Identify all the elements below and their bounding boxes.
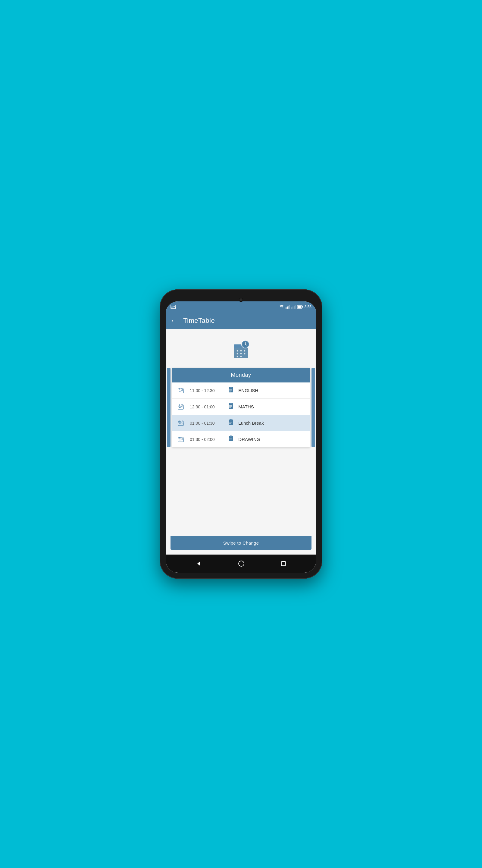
- subject-icon-2: [228, 403, 233, 410]
- svg-rect-89: [229, 438, 232, 438]
- schedule-icon-1: [176, 387, 185, 394]
- svg-rect-40: [230, 387, 232, 388]
- svg-point-1: [172, 306, 172, 307]
- empty-space: [166, 447, 316, 536]
- back-button[interactable]: ←: [170, 317, 177, 324]
- svg-rect-9: [295, 305, 295, 309]
- time-range-4: 01:30 - 02:00: [190, 437, 223, 442]
- svg-rect-42: [229, 390, 232, 391]
- time-range-2: 12:30 - 01:00: [190, 404, 223, 409]
- swipe-bar[interactable]: Swipe to Change: [170, 536, 312, 550]
- svg-point-47: [181, 407, 181, 407]
- svg-point-30: [179, 391, 180, 391]
- svg-rect-59: [229, 407, 231, 408]
- app-title: TimeTable: [183, 317, 215, 324]
- svg-rect-12: [297, 306, 301, 308]
- schedule-icon-3: [176, 420, 185, 427]
- schedule-icon-2: [176, 403, 185, 410]
- svg-point-17: [244, 350, 246, 352]
- svg-point-31: [181, 391, 181, 391]
- recents-nav-icon[interactable]: [281, 561, 287, 567]
- signal-icon: [286, 305, 290, 309]
- status-left: [170, 305, 176, 309]
- schedule-row: 12:30 - 01:00 MATHS: [172, 399, 310, 415]
- time-range-1: 11:00 - 12:30: [190, 388, 223, 393]
- schedule-row: 01:30 - 02:00 DRAWING: [172, 431, 310, 447]
- right-scroll-indicator: [312, 368, 315, 447]
- svg-point-80: [182, 439, 182, 440]
- subject-name-1: ENGLISH: [238, 388, 306, 393]
- svg-rect-94: [281, 561, 286, 566]
- timetable-card: Monday: [172, 368, 310, 447]
- svg-rect-57: [229, 405, 232, 406]
- svg-rect-91: [229, 440, 231, 440]
- card-container: Monday: [167, 368, 315, 447]
- svg-rect-75: [229, 424, 231, 424]
- image-icon: [170, 305, 176, 309]
- svg-point-64: [182, 423, 182, 424]
- svg-rect-74: [229, 423, 232, 423]
- svg-point-46: [179, 407, 180, 407]
- svg-rect-11: [302, 306, 303, 308]
- svg-rect-41: [229, 389, 232, 390]
- svg-point-79: [181, 439, 181, 440]
- signal2-icon: [291, 305, 295, 309]
- svg-point-16: [240, 350, 242, 352]
- svg-rect-6: [291, 307, 292, 309]
- status-bar: 3:53: [166, 301, 316, 312]
- svg-rect-3: [287, 307, 288, 309]
- day-header: Monday: [172, 368, 310, 382]
- svg-point-18: [237, 353, 238, 354]
- status-time: 3:53: [304, 305, 312, 309]
- svg-point-20: [244, 353, 246, 354]
- svg-point-19: [240, 353, 242, 354]
- wifi-icon: [279, 305, 284, 309]
- camera: [239, 298, 243, 302]
- battery-icon: [297, 305, 303, 309]
- schedule-icon-4: [176, 436, 185, 443]
- subject-icon-1: [228, 387, 233, 394]
- svg-point-63: [181, 423, 181, 424]
- svg-rect-7: [292, 307, 293, 309]
- subject-name-2: MATHS: [238, 404, 306, 409]
- subject-icon-3: [228, 419, 233, 427]
- svg-point-48: [182, 407, 182, 407]
- subject-name-4: DRAWING: [238, 437, 306, 442]
- svg-point-21: [237, 356, 238, 358]
- phone-frame: 3:53 ← TimeTable: [160, 289, 322, 579]
- subject-name-3: Lunch Break: [238, 421, 306, 426]
- nav-bar: [166, 555, 316, 572]
- svg-rect-58: [229, 406, 232, 407]
- schedule-row-highlighted: 01:00 - 01:30 Lunch Break: [172, 415, 310, 431]
- schedule-row: 11:00 - 12:30 ENGLISH: [172, 382, 310, 399]
- svg-rect-72: [230, 419, 232, 421]
- back-nav-icon[interactable]: [195, 560, 202, 567]
- svg-point-22: [240, 356, 242, 358]
- subject-icon-4: [228, 435, 233, 443]
- svg-rect-43: [229, 391, 231, 392]
- phone-screen: 3:53 ← TimeTable: [166, 301, 316, 572]
- svg-rect-90: [229, 439, 232, 439]
- svg-rect-5: [289, 305, 290, 309]
- status-right: 3:53: [279, 305, 312, 309]
- time-range-3: 01:00 - 01:30: [190, 421, 223, 426]
- content-area: Monday: [166, 329, 316, 555]
- svg-rect-88: [230, 435, 232, 437]
- app-bar: ← TimeTable: [166, 312, 316, 329]
- svg-point-32: [182, 391, 182, 391]
- svg-rect-2: [286, 307, 287, 309]
- svg-rect-8: [294, 306, 295, 309]
- svg-rect-73: [229, 422, 232, 422]
- svg-rect-56: [230, 403, 232, 404]
- svg-point-78: [179, 439, 180, 440]
- svg-point-93: [238, 561, 244, 566]
- home-nav-icon[interactable]: [238, 560, 245, 567]
- svg-point-62: [179, 423, 180, 424]
- svg-point-15: [237, 350, 238, 352]
- timetable-icon: [229, 338, 253, 362]
- svg-rect-4: [288, 306, 289, 309]
- icon-area: [166, 329, 316, 368]
- left-scroll-indicator: [167, 368, 170, 447]
- svg-marker-92: [197, 561, 200, 566]
